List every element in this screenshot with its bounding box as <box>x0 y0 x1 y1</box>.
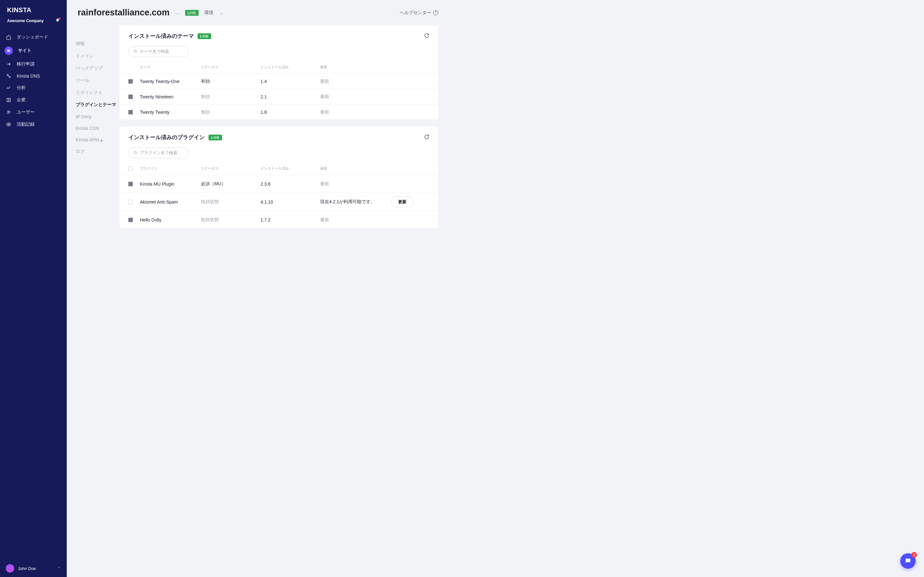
themes-search[interactable]: テーマ名で検索 <box>128 46 189 57</box>
checkbox[interactable] <box>128 110 133 114</box>
theme-status: 有効 <box>201 79 260 84</box>
plugins-panel: インストール済みのプラグイン LIVE プラグイン名で検索 プラグイン <box>120 127 438 229</box>
theme-latest: 最新 <box>320 79 391 84</box>
subnav-logs[interactable]: ログ <box>76 145 120 158</box>
site-dropdown[interactable]: ⌄ <box>176 11 179 15</box>
subnav-info[interactable]: 情報 <box>76 38 120 50</box>
svg-point-5 <box>134 50 136 52</box>
plugins-live-badge: LIVE <box>208 135 222 140</box>
checkbox-all[interactable] <box>128 166 133 171</box>
plugins-search[interactable]: プラグイン名で検索 <box>128 147 189 158</box>
live-badge: LIVE <box>185 10 199 16</box>
theme-row: Twenty Nineteen 無効 2.1 最新 <box>120 89 438 104</box>
subnav-backups[interactable]: バックアップ <box>76 62 120 74</box>
nav-label: サイト <box>18 48 31 53</box>
env-label: 環境 <box>204 10 213 16</box>
theme-name: Twenty Twenty <box>140 110 201 115</box>
checkbox[interactable] <box>128 79 133 84</box>
nav-activity[interactable]: 活動記録 <box>0 118 67 131</box>
theme-installed: 2.1 <box>260 94 320 99</box>
col-theme: テーマ <box>140 65 201 69</box>
col-latest: 最新 <box>320 65 391 69</box>
company-row[interactable]: Awesome Company <box>0 16 67 29</box>
plugin-row: Hello Dolly 無効状態 1.7.2 最新 <box>120 211 438 229</box>
theme-row: Twenty Twenty-One 有効 1.4 最新 <box>120 73 438 89</box>
theme-status: 無効 <box>201 109 260 115</box>
plugin-row: Kinsta MU Plugin 必須（MU） 2.3.6 最新 <box>120 175 438 193</box>
nav-dashboard[interactable]: ダッシュボード <box>0 31 67 43</box>
nav-label: 企業 <box>17 97 26 103</box>
subnav-ipdeny[interactable]: IP Deny <box>76 111 120 122</box>
update-button[interactable]: 更新 <box>391 197 414 207</box>
themes-search-placeholder: テーマ名で検索 <box>140 49 169 55</box>
plugins-thead: プラグイン ステータス インストール済み 最新 <box>120 164 438 175</box>
subnav-redirects[interactable]: リダイレクト <box>76 87 120 99</box>
nav-label: ダッシュボード <box>17 34 48 40</box>
company-icon <box>6 97 11 103</box>
refresh-icon[interactable] <box>424 134 429 141</box>
plugin-status: 無効状態 <box>201 199 260 205</box>
themes-title: インストール済みのテーマ <box>128 32 194 40</box>
help-icon: ? <box>433 10 438 15</box>
theme-row: Twenty Twenty 無効 1.8 最新 <box>120 104 438 119</box>
subnav-tools[interactable]: ツール <box>76 74 120 87</box>
eye-icon <box>6 122 11 127</box>
theme-installed: 1.4 <box>260 79 320 84</box>
users-icon <box>6 110 11 115</box>
plugins-title: インストール済みのプラグイン <box>128 134 205 141</box>
nav-label: Kinsta DNS <box>17 73 40 79</box>
checkbox[interactable] <box>128 182 133 186</box>
nav-migration[interactable]: 移行申請 <box>0 58 67 70</box>
help-link[interactable]: ヘルプセンター ? <box>400 10 438 16</box>
nav-analytics[interactable]: 分析 <box>0 82 67 94</box>
nav-dns[interactable]: Kinsta DNS <box>0 70 67 82</box>
svg-point-1 <box>9 76 10 77</box>
theme-latest: 最新 <box>320 109 391 115</box>
analytics-icon <box>6 85 11 90</box>
themes-table: テーマ ステータス インストール済み 最新 Twenty Twenty-One … <box>120 63 438 119</box>
plugins-search-wrap: プラグイン名で検索 <box>120 143 438 164</box>
theme-name: Twenty Nineteen <box>140 94 201 99</box>
plugin-row: Akismet Anti-Spam 無効状態 4.1.10 現在4.2.1が利用… <box>120 193 438 211</box>
page-header: rainforestalliance.com ⌄ LIVE 環境 ⌄ ヘルプセン… <box>67 0 449 25</box>
plugin-name: Akismet Anti-Spam <box>140 199 201 205</box>
col-plugin: プラグイン <box>140 166 201 171</box>
subnav-cdn[interactable]: Kinsta CDN <box>76 122 120 134</box>
migration-icon <box>6 61 11 67</box>
nav-label: 分析 <box>17 85 26 91</box>
nav-company[interactable]: 企業 <box>0 94 67 106</box>
nav-label: ユーザー <box>17 109 35 115</box>
col-latest: 最新 <box>320 166 391 171</box>
env-dropdown[interactable]: ⌄ <box>220 11 223 15</box>
themes-search-wrap: テーマ名で検索 <box>120 42 438 63</box>
nav-label: 移行申請 <box>17 61 35 67</box>
subnav-plugins-themes[interactable]: プラグインとテーマ <box>76 99 120 111</box>
home-icon <box>6 35 11 40</box>
site-title: rainforestalliance.com <box>78 8 170 18</box>
checkbox[interactable] <box>128 95 133 99</box>
plugin-installed: 4.1.10 <box>260 199 320 205</box>
help-text: ヘルプセンター <box>400 10 431 16</box>
plugin-latest: 最新 <box>320 181 391 187</box>
plugin-status: 無効状態 <box>201 217 260 223</box>
nav-sites[interactable]: サイト <box>0 43 67 58</box>
col-status: ステータス <box>201 166 260 171</box>
theme-status: 無効 <box>201 94 260 100</box>
refresh-icon[interactable] <box>424 33 429 39</box>
bell-icon[interactable] <box>55 18 60 23</box>
subnav-domains[interactable]: ドメイン <box>76 50 120 62</box>
theme-latest: 最新 <box>320 94 391 100</box>
plugin-latest: 現在4.2.1が利用可能です。 <box>320 199 391 205</box>
nav-users[interactable]: ユーザー <box>0 106 67 118</box>
plugin-status: 必須（MU） <box>201 181 260 187</box>
checkbox[interactable] <box>128 200 133 204</box>
subnav-apm[interactable]: Kinsta APM <box>76 134 120 145</box>
theme-installed: 1.8 <box>260 110 320 115</box>
search-icon <box>134 151 137 155</box>
checkbox[interactable] <box>128 218 133 222</box>
logo-area: KINSTA <box>0 0 67 16</box>
site-subnav: 情報 ドメイン バックアップ ツール リダイレクト プラグインとテーマ IP D… <box>67 29 120 158</box>
dns-icon <box>6 73 11 79</box>
col-installed: インストール済み <box>260 166 320 171</box>
themes-live-badge: LIVE <box>198 33 211 39</box>
